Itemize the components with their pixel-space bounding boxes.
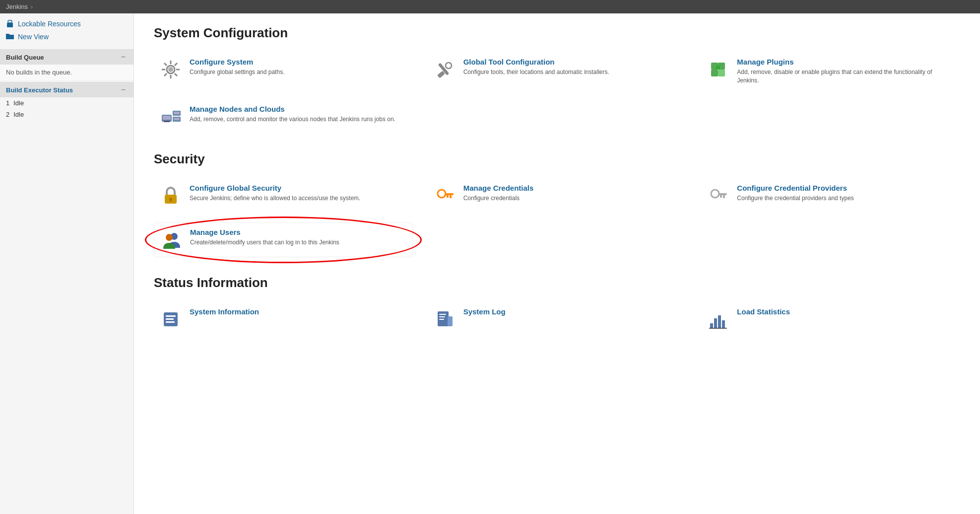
load-statistics-item[interactable]: Load Statistics [701, 302, 960, 336]
configure-credential-providers-item[interactable]: Configure Credential Providers Configure… [701, 179, 960, 213]
system-log-item[interactable]: System Log [428, 302, 687, 336]
svg-rect-37 [723, 195, 725, 198]
key-icon [433, 184, 457, 208]
status-info-title: Status Information [154, 275, 960, 291]
build-executor-title: Build Executor Status [6, 86, 73, 94]
svg-rect-48 [439, 314, 446, 315]
sidebar-nav: Lockable Resources New View [0, 13, 133, 47]
manage-plugins-desc: Add, remove, disable or enable plugins t… [737, 68, 955, 85]
global-tool-config-desc: Configure tools, their locations and aut… [463, 68, 609, 76]
svg-point-35 [711, 190, 719, 198]
stats-icon [706, 307, 730, 331]
load-statistics-text: Load Statistics [737, 307, 790, 318]
nodes-icon [159, 105, 183, 129]
svg-rect-17 [711, 70, 718, 76]
manage-users-title: Manage Users [190, 228, 339, 236]
svg-point-39 [713, 192, 715, 194]
global-tool-config-text: Global Tool Configuration Configure tool… [463, 58, 609, 76]
sidebar-item-new-view[interactable]: New View [0, 30, 133, 43]
svg-rect-51 [710, 323, 713, 328]
global-tool-config-item[interactable]: Global Tool Configuration Configure tool… [428, 53, 687, 90]
svg-rect-21 [163, 116, 171, 120]
svg-point-34 [440, 192, 442, 194]
executor-row-2: 2 Idle [0, 109, 133, 120]
configure-system-text: Configure System Configure global settin… [190, 58, 284, 76]
configure-system-title: Configure System [190, 58, 284, 66]
manage-plugins-text: Manage Plugins Add, remove, disable or e… [737, 58, 955, 85]
manage-users-wrapper: Manage Users Create/delete/modify users … [154, 222, 413, 257]
svg-line-7 [164, 63, 167, 66]
system-log-title: System Log [463, 307, 506, 316]
svg-rect-54 [722, 320, 725, 328]
build-queue-header[interactable]: Build Queue − [0, 50, 133, 65]
svg-point-30 [438, 190, 446, 198]
svg-point-11 [168, 67, 173, 72]
svg-rect-49 [439, 316, 445, 317]
build-queue-title: Build Queue [6, 54, 44, 61]
svg-rect-38 [720, 195, 722, 198]
lockable-resources-label: Lockable Resources [18, 20, 81, 28]
manage-nodes-title: Manage Nodes and Clouds [190, 105, 395, 113]
users-icon [159, 228, 183, 252]
svg-point-41 [166, 234, 173, 241]
svg-rect-52 [714, 318, 717, 328]
jenkins-breadcrumb-link[interactable]: Jenkins [6, 3, 28, 10]
configure-credential-providers-text: Configure Credential Providers Configure… [737, 184, 853, 203]
wrench-icon [433, 58, 457, 81]
svg-rect-0 [8, 20, 12, 23]
main-layout: Lockable Resources New View Build Queue … [0, 13, 980, 514]
log-icon [433, 307, 457, 331]
svg-rect-43 [166, 315, 176, 317]
executor-status-1: Idle [13, 99, 24, 107]
svg-rect-18 [718, 70, 725, 76]
manage-nodes-text: Manage Nodes and Clouds Add, remove, con… [190, 105, 395, 124]
configure-global-security-desc: Secure Jenkins; define who is allowed to… [190, 194, 360, 203]
main-content: System Configuration [134, 13, 980, 514]
manage-nodes-item[interactable]: Manage Nodes and Clouds Add, remove, con… [154, 100, 413, 134]
plugin-icon [706, 58, 730, 81]
manage-users-item[interactable]: Manage Users Create/delete/modify users … [154, 222, 413, 257]
configure-credential-providers-desc: Configure the credential providers and t… [737, 194, 853, 203]
svg-rect-53 [718, 315, 721, 328]
svg-point-14 [446, 63, 452, 69]
system-information-item[interactable]: System Information [154, 302, 413, 336]
manage-plugins-title: Manage Plugins [737, 58, 955, 66]
svg-rect-44 [166, 318, 174, 320]
svg-rect-13 [437, 71, 445, 78]
svg-rect-22 [164, 121, 170, 122]
lock-nav-icon [6, 20, 14, 28]
system-information-title: System Information [190, 307, 259, 316]
build-executor-collapse-button[interactable]: − [119, 86, 128, 94]
configure-global-security-item[interactable]: Configure Global Security Secure Jenkins… [154, 179, 413, 213]
build-queue-section: Build Queue − No builds in the queue. [0, 49, 133, 80]
key2-icon [706, 184, 730, 208]
svg-rect-33 [447, 195, 449, 198]
sidebar-item-lockable-resources[interactable]: Lockable Resources [0, 17, 133, 30]
build-queue-collapse-button[interactable]: − [119, 53, 128, 61]
global-tool-config-title: Global Tool Configuration [463, 58, 609, 66]
manage-nodes-desc: Add, remove, control and monitor the var… [190, 115, 395, 124]
manage-users-desc: Create/delete/modify users that can log … [190, 238, 339, 247]
manage-credentials-title: Manage Credentials [463, 184, 534, 192]
security-grid: Configure Global Security Secure Jenkins… [154, 179, 960, 257]
configure-system-item[interactable]: Configure System Configure global settin… [154, 53, 413, 90]
manage-credentials-item[interactable]: Manage Credentials Configure credentials [428, 179, 687, 213]
svg-line-9 [175, 63, 177, 66]
system-information-text: System Information [190, 307, 259, 318]
svg-rect-26 [174, 118, 180, 120]
svg-rect-1 [7, 23, 13, 27]
system-config-title: System Configuration [154, 25, 960, 41]
load-statistics-title: Load Statistics [737, 307, 790, 316]
build-executor-link[interactable]: Build Executor Status [6, 86, 73, 94]
new-view-label: New View [18, 33, 49, 41]
executor-row-1: 1 Idle [0, 97, 133, 109]
executor-status-2: Idle [13, 111, 24, 118]
status-info-grid: System Information System Log [154, 302, 960, 336]
svg-rect-19 [716, 66, 720, 70]
configure-system-desc: Configure global settings and paths. [190, 68, 284, 76]
manage-plugins-item[interactable]: Manage Plugins Add, remove, disable or e… [701, 53, 960, 90]
manage-credentials-desc: Configure credentials [463, 194, 534, 203]
configure-global-security-title: Configure Global Security [190, 184, 360, 192]
folder-icon [6, 33, 14, 41]
svg-rect-50 [439, 319, 444, 320]
